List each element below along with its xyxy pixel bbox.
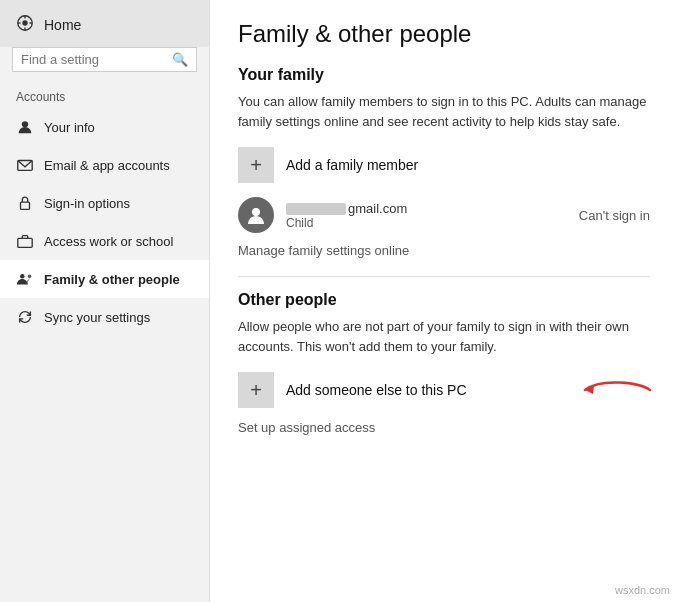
plus-icon-2: +: [250, 379, 262, 402]
sidebar-label-work-school: Access work or school: [44, 234, 173, 249]
red-arrow-indicator: [580, 372, 660, 408]
sidebar-item-work-school[interactable]: Access work or school: [0, 222, 209, 260]
add-family-member-row: + Add a family member: [238, 147, 650, 183]
add-family-member-label: Add a family member: [286, 157, 418, 173]
person-icon: [16, 118, 34, 136]
sync-icon: [16, 308, 34, 326]
main-content: Family & other people Your family You ca…: [210, 0, 678, 602]
plus-icon: +: [250, 154, 262, 177]
add-someone-label: Add someone else to this PC: [286, 382, 467, 398]
sidebar-item-your-info[interactable]: Your info: [0, 108, 209, 146]
svg-point-10: [20, 274, 25, 279]
other-people-title: Other people: [238, 291, 650, 309]
search-box[interactable]: 🔍: [12, 47, 197, 72]
other-people-desc: Allow people who are not part of your fa…: [238, 317, 650, 356]
sidebar-label-your-info: Your info: [44, 120, 95, 135]
svg-rect-8: [21, 202, 30, 209]
svg-point-6: [22, 121, 28, 127]
sidebar-label-family: Family & other people: [44, 272, 180, 287]
sidebar: Home 🔍 Accounts Your info: [0, 0, 210, 602]
svg-point-11: [28, 275, 32, 279]
member-email: gmail.com: [286, 201, 567, 216]
watermark: wsxdn.com: [615, 584, 670, 596]
briefcase-icon: [16, 232, 34, 250]
lock-icon: [16, 194, 34, 212]
manage-family-link[interactable]: Manage family settings online: [238, 243, 650, 258]
your-family-section: Your family You can allow family members…: [238, 66, 650, 258]
email-icon: [16, 156, 34, 174]
search-input[interactable]: [21, 52, 151, 67]
page-title: Family & other people: [238, 20, 650, 48]
member-status: Can't sign in: [579, 208, 650, 223]
svg-rect-9: [18, 238, 32, 247]
add-family-member-button[interactable]: +: [238, 147, 274, 183]
sidebar-label-email-app: Email & app accounts: [44, 158, 170, 173]
sidebar-item-email-app[interactable]: Email & app accounts: [0, 146, 209, 184]
sidebar-home[interactable]: Home: [0, 0, 209, 47]
sidebar-item-family[interactable]: Family & other people: [0, 260, 209, 298]
set-up-assigned-access-link[interactable]: Set up assigned access: [238, 420, 650, 435]
sidebar-label-sign-in: Sign-in options: [44, 196, 130, 211]
home-label: Home: [44, 17, 81, 33]
sidebar-label-sync: Sync your settings: [44, 310, 150, 325]
other-people-section: Other people Allow people who are not pa…: [238, 291, 650, 435]
sidebar-item-sign-in[interactable]: Sign-in options: [0, 184, 209, 222]
svg-point-1: [22, 20, 27, 25]
your-family-title: Your family: [238, 66, 650, 84]
people-icon: [16, 270, 34, 288]
avatar: [238, 197, 274, 233]
home-icon: [16, 14, 34, 35]
your-family-desc: You can allow family members to sign in …: [238, 92, 650, 131]
family-member-row: gmail.com Child Can't sign in: [238, 197, 650, 233]
email-blurred: [286, 203, 346, 215]
add-someone-row: + Add someone else to this PC: [238, 372, 650, 408]
svg-point-12: [252, 208, 260, 216]
accounts-section-label: Accounts: [0, 84, 209, 108]
member-type: Child: [286, 216, 567, 230]
section-divider: [238, 276, 650, 277]
search-icon: 🔍: [172, 52, 188, 67]
member-info: gmail.com Child: [286, 201, 567, 230]
sidebar-item-sync[interactable]: Sync your settings: [0, 298, 209, 336]
add-someone-button[interactable]: +: [238, 372, 274, 408]
